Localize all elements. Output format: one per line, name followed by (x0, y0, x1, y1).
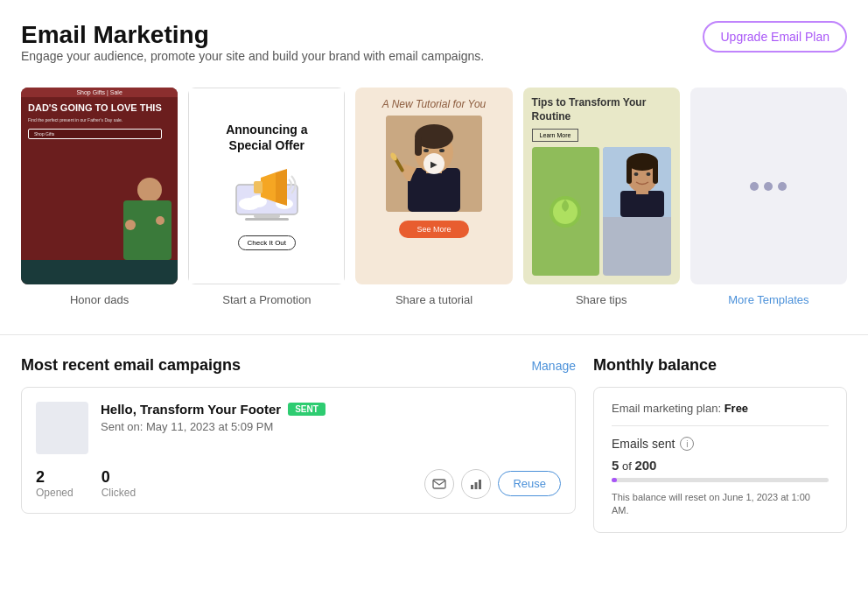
card4-img-woman (603, 147, 671, 276)
opened-label: Opened (36, 487, 74, 499)
svg-point-3 (156, 216, 164, 225)
card2-title: Announcing a Special Offer (203, 122, 330, 153)
card2-monitor (228, 160, 306, 221)
campaigns-title: Most recent email campaigns (21, 356, 241, 375)
svg-rect-6 (245, 218, 289, 221)
play-button: ▶ (424, 153, 444, 174)
page-subtitle: Engage your audience, promote your site … (21, 49, 484, 63)
card2-cta-btn: Check It Out (238, 235, 296, 250)
card4-images (532, 147, 671, 276)
template-card-honor-dads[interactable]: Shop Gifts | Sale DAD'S GOING TO LOVE TH… (21, 88, 178, 306)
svg-rect-29 (653, 162, 658, 184)
template-label-tips: Share tips (576, 293, 627, 306)
page-title: Email Marketing (21, 21, 484, 49)
email-icon (432, 477, 446, 491)
manage-link[interactable]: Manage (531, 359, 576, 373)
sent-badge: SENT (288, 403, 326, 416)
svg-rect-10 (254, 181, 262, 193)
balance-note: This balance will reset on June 1, 2023 … (612, 491, 829, 518)
template-card-tutorial[interactable]: A New Tutorial for You (355, 88, 512, 306)
more-templates-dots (690, 88, 847, 284)
clicked-label: Clicked (102, 487, 136, 499)
card3-cta-btn: See More (399, 221, 468, 238)
chart-icon (469, 477, 483, 491)
emails-sent-label: Emails sent (612, 437, 675, 451)
campaigns-panel: Most recent email campaigns Manage Hello… (21, 356, 576, 533)
sent-total: 200 (634, 458, 656, 473)
campaign-name: Hello, Transform Your Footer (101, 402, 281, 417)
bottom-section: Most recent email campaigns Manage Hello… (21, 356, 847, 554)
svg-rect-35 (479, 480, 481, 489)
template-card-more[interactable]: More Templates (690, 88, 847, 306)
section-divider (0, 334, 868, 335)
progress-numbers: 5 of 200 (612, 458, 829, 473)
svg-point-18 (439, 149, 444, 152)
progress-bar-background (612, 478, 829, 482)
balance-card: Email marketing plan: Free Emails sent i… (593, 387, 847, 533)
info-icon[interactable]: i (680, 437, 694, 451)
svg-point-2 (125, 220, 136, 230)
template-label-promotion: Start a Promotion (222, 293, 311, 306)
svg-rect-32 (433, 480, 445, 488)
template-label-honor-dads: Honor dads (70, 293, 129, 306)
upgrade-button[interactable]: Upgrade Email Plan (703, 21, 847, 53)
svg-rect-28 (626, 162, 632, 184)
balance-panel: Monthly balance Email marketing plan: Fr… (593, 356, 847, 533)
card1-top-bar: Shop Gifts | Sale (21, 88, 178, 97)
templates-section: Shop Gifts | Sale DAD'S GOING TO LOVE TH… (21, 88, 847, 306)
megaphone-illustration (228, 160, 306, 221)
clicked-count: 0 (102, 468, 136, 487)
svg-rect-12 (408, 168, 460, 212)
plan-label: Email marketing plan: (612, 402, 721, 415)
woman-illustration (603, 147, 671, 217)
campaign-thumbnail (36, 402, 88, 454)
email-icon-button[interactable] (424, 469, 454, 499)
card4-img-lime (532, 147, 600, 276)
lime-illustration (548, 194, 583, 229)
plan-row: Email marketing plan: Free (612, 402, 829, 426)
card4-cta-btn: Learn More (532, 129, 579, 142)
template-label-tutorial: Share a tutorial (396, 293, 472, 306)
svg-rect-24 (620, 191, 664, 217)
template-card-promotion[interactable]: Announcing a Special Offer (188, 88, 345, 306)
template-label-more[interactable]: More Templates (728, 293, 808, 306)
svg-rect-34 (475, 482, 478, 489)
campaign-card: Hello, Transform Your Footer SENT Sent o… (21, 387, 576, 514)
svg-rect-16 (415, 137, 422, 156)
dad-illustration (106, 172, 178, 260)
card1-title: DAD'S GOING TO LOVE THIS (28, 102, 162, 114)
svg-rect-5 (254, 214, 280, 218)
card4-title: Tips to Transform Your Routine (532, 96, 671, 123)
svg-point-30 (634, 172, 639, 176)
progress-bar-fill (612, 478, 617, 482)
chart-icon-button[interactable] (461, 469, 491, 499)
card3-image: ▶ (386, 116, 482, 212)
opened-count: 2 (36, 468, 74, 487)
reuse-button[interactable]: Reuse (498, 471, 561, 496)
card3-title: A New Tutorial for You (382, 98, 486, 110)
svg-point-17 (424, 149, 429, 152)
svg-rect-33 (471, 485, 473, 489)
campaign-date: Sent on: May 11, 2023 at 5:09 PM (101, 420, 561, 433)
template-card-tips[interactable]: Tips to Transform Your Routine Learn Mor… (523, 88, 680, 306)
svg-point-0 (137, 178, 162, 202)
balance-title: Monthly balance (593, 356, 847, 375)
svg-rect-1 (123, 200, 172, 260)
plan-name: Free (724, 402, 748, 415)
svg-point-31 (647, 172, 651, 176)
card1-btn: Shop Gifts (28, 129, 162, 139)
sent-count: 5 (612, 458, 619, 473)
card1-desc: Find the perfect present in our Father's… (28, 117, 162, 123)
